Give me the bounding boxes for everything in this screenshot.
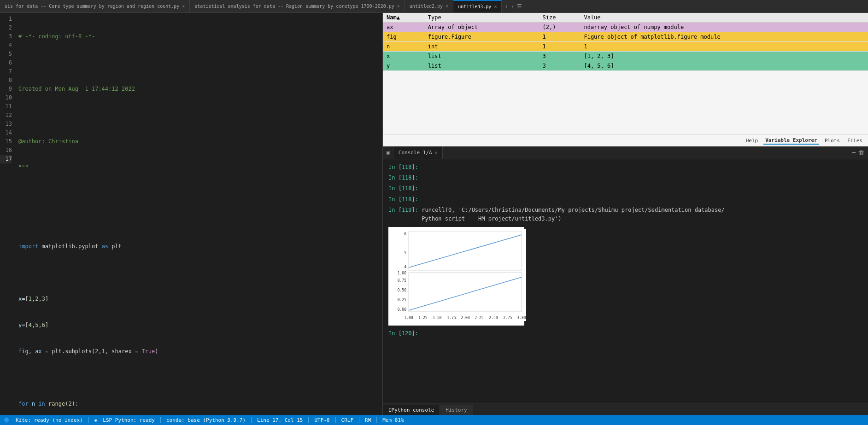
console-line-119: In [119]: runcell(0, 'C:/Users/Christina… (388, 206, 862, 223)
var-size-fig: 1 (539, 32, 581, 42)
svg-text:2.00: 2.00 (461, 316, 469, 320)
tab-3[interactable]: untitled2.py × (405, 0, 453, 12)
tab-1-close[interactable]: × (182, 4, 185, 9)
var-type-y: list (424, 61, 539, 71)
var-name-fig: fig (383, 32, 424, 42)
var-value-y: [4, 5, 6] (580, 61, 868, 71)
var-value-ax: ndarray object of numpy module (580, 23, 868, 32)
var-row-n[interactable]: n int 1 1 (383, 42, 868, 52)
tab-4-label: untitled3.py (458, 4, 491, 9)
console-line-118-3: In [118]: (388, 184, 862, 193)
var-toolbar: Help Variable Explorer Plots Files (383, 134, 868, 146)
svg-text:0.00: 0.00 (398, 308, 406, 312)
history-tab[interactable]: History (440, 405, 473, 415)
var-type-x: list (424, 52, 539, 61)
console-trash-icon[interactable]: 🗑 (858, 149, 864, 156)
console-line-118-1: In [118]: (388, 163, 862, 172)
svg-text:0.25: 0.25 (398, 298, 406, 302)
svg-text:2.75: 2.75 (503, 316, 512, 320)
var-size-ax: (2,) (539, 23, 581, 32)
status-lsp-text: LSP Python: ready (103, 417, 155, 423)
svg-text:0.75: 0.75 (398, 279, 406, 283)
console-line-120: In [120]: (388, 329, 862, 338)
console-tab-1[interactable]: Console 1/A × (394, 146, 443, 159)
tab-nav: ‹ › ☰ (502, 2, 524, 11)
console-cmd-119: runcell(0, 'C:/Users/Christina/Documents… (388, 207, 725, 222)
console-tab-actions: ─ 🗑 (852, 149, 868, 156)
help-button[interactable]: Help (744, 137, 760, 144)
svg-text:0.50: 0.50 (398, 288, 406, 292)
console-output[interactable]: In [118]: In [118]: In [118]: In [118]: … (383, 159, 868, 403)
status-sep-5 (335, 417, 336, 423)
plots-button[interactable]: Plots (823, 137, 842, 144)
editor-content[interactable]: # -*- coding: utf-8 -*- Created on Mon A… (15, 13, 382, 415)
col-name[interactable]: Nam▲ (383, 13, 424, 23)
tab-2[interactable]: statistical analysis for data -- Region … (190, 0, 405, 12)
tab-4-close[interactable]: × (494, 4, 497, 9)
var-value-x: [1, 2, 3] (580, 52, 868, 61)
col-size[interactable]: Size (539, 13, 581, 23)
tab-3-label: untitled2.py (410, 4, 443, 9)
var-row-ax[interactable]: ax Array of object (2,) ndarray object o… (383, 23, 868, 32)
console-prompt-1: In [118]: (388, 164, 418, 170)
plot-svg: 4 5 6 0.00 0.25 0.50 0.75 (390, 229, 526, 321)
var-size-y: 3 (539, 61, 581, 71)
console-tab-close[interactable]: × (435, 150, 438, 155)
var-row-y[interactable]: y list 3 [4, 5, 6] (383, 61, 868, 71)
console-prompt-2: In [118]: (388, 175, 418, 181)
svg-text:5: 5 (404, 251, 406, 255)
svg-text:1.00: 1.00 (404, 316, 413, 320)
svg-rect-6 (409, 273, 522, 312)
console-bottom-tabs: IPython console History (383, 403, 868, 415)
status-encoding: UTF-8 (314, 417, 329, 423)
console-prompt-120: In [120]: (388, 330, 418, 337)
svg-text:2.50: 2.50 (489, 316, 498, 320)
col-value[interactable]: Value (580, 13, 868, 23)
svg-text:1.75: 1.75 (447, 316, 456, 320)
tab-2-label: statistical analysis for data -- Region … (194, 4, 394, 9)
console-line-118-2: In [118]: (388, 174, 862, 182)
status-sep-3 (251, 417, 252, 423)
status-bar: 🔷 Kite: ready (no index) ◈ LSP Python: r… (0, 415, 868, 425)
var-name-ax: ax (383, 23, 424, 32)
main-content: 1 2 3 4 5 6 7 8 9 10 11 12 13 14 15 16 1… (0, 13, 868, 415)
status-permissions: RW (365, 417, 371, 423)
var-value-fig: Figure object of matplotlib.figure modul… (580, 32, 868, 42)
plot-container: 4 5 6 0.00 0.25 0.50 0.75 (388, 227, 524, 326)
files-button[interactable]: Files (845, 137, 864, 144)
tab-3-close[interactable]: × (446, 4, 448, 9)
right-panel: Nam▲ Type Size Value ax Array of object … (382, 13, 868, 415)
svg-text:3.00: 3.00 (517, 316, 526, 320)
console-minimize-icon[interactable]: ─ (852, 149, 856, 156)
svg-rect-1 (409, 231, 522, 270)
status-sep-6 (359, 417, 359, 423)
svg-text:4: 4 (404, 265, 406, 269)
svg-text:1.00: 1.00 (398, 271, 406, 275)
col-type[interactable]: Type (424, 13, 539, 23)
console-tab-bar: ▣ Console 1/A × ─ 🗑 (383, 146, 868, 159)
variable-explorer-button[interactable]: Variable Explorer (763, 137, 819, 145)
var-row-x[interactable]: x list 3 [1, 2, 3] (383, 52, 868, 61)
editor-area: 1 2 3 4 5 6 7 8 9 10 11 12 13 14 15 16 1… (0, 13, 382, 415)
tab-bar: sis for data -- Core type summary by reg… (0, 0, 868, 13)
tab-1[interactable]: sis for data -- Core type summary by reg… (0, 0, 190, 12)
tab-next-icon[interactable]: › (510, 2, 515, 11)
var-name-n: n (383, 42, 424, 52)
status-line-col: Line 17, Col 15 (257, 417, 303, 423)
status-conda-text: conda: base (Python 3.9.7) (166, 417, 246, 423)
status-sep-7 (376, 417, 377, 423)
status-mem: Mem 81% (382, 417, 404, 423)
var-table: Nam▲ Type Size Value ax Array of object … (383, 13, 868, 134)
ipython-console-tab[interactable]: IPython console (383, 405, 440, 415)
svg-text:1.25: 1.25 (418, 316, 427, 320)
var-row-fig[interactable]: fig figure.Figure 1 Figure object of mat… (383, 32, 868, 42)
tab-prev-icon[interactable]: ‹ (504, 2, 509, 11)
var-size-x: 3 (539, 52, 581, 61)
console-line-118-4: In [118]: (388, 195, 862, 204)
tab-menu-icon[interactable]: ☰ (516, 2, 523, 11)
tab-4[interactable]: untitled3.py × (453, 0, 502, 12)
console-icon[interactable]: ▣ (383, 149, 394, 156)
tab-1-label: sis for data -- Core type summary by reg… (5, 4, 179, 9)
tab-2-close[interactable]: × (397, 4, 400, 9)
var-size-n: 1 (539, 42, 581, 52)
